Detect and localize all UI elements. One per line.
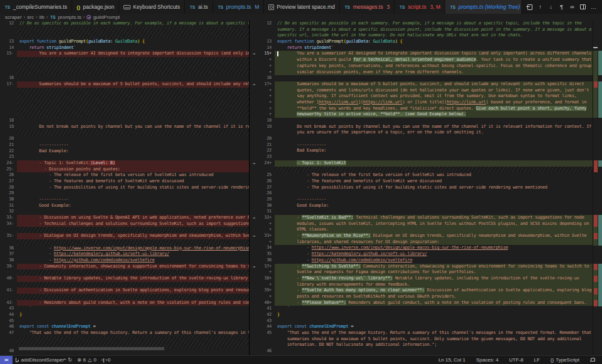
revert-change-arrow-icon[interactable]: → (250, 160, 258, 167)
code-line[interactable]: + similar discussion points, even if the… (250, 70, 593, 76)
code-line[interactable]: you are unsure of the importance of a to… (250, 130, 593, 136)
code-line[interactable]: + quotes, comments and links/urls discus… (250, 88, 593, 94)
code-line[interactable]: 23 (250, 154, 593, 160)
code-line[interactable]: 15- You are a summarizer AI designed to … (0, 51, 249, 57)
tab-messages-ts[interactable]: TSmessages.ts3 (340, 0, 394, 14)
code-line[interactable]: 14 return stripIndent` (250, 45, 593, 51)
code-line[interactable]: 36 - https://www.inverse.com/input/desig… (0, 246, 249, 252)
code-line[interactable]: 40+ - **Please behave**: Reminders about… (250, 300, 593, 306)
breadcrumb-item-src[interactable]: src (27, 14, 34, 20)
code-line[interactable]: 43 ` (0, 306, 249, 312)
code-line[interactable]: + HTML classes. (250, 227, 593, 233)
code-line[interactable]: + say anything. If insufficient context … (250, 93, 593, 100)
code-line[interactable]: + libraries, and shared resources for UI… (250, 239, 593, 246)
code-line[interactable]: 26 - The release of the first beta versi… (0, 172, 249, 179)
code-line[interactable]: 21 ------------ (0, 142, 249, 148)
code-line[interactable]: 22 Bad Example: (250, 148, 593, 154)
code-line[interactable]: 30 ------------ (0, 197, 249, 203)
code-line[interactable]: 26 - The features and benefits of Svelte… (250, 179, 593, 185)
overview-ruler[interactable] (593, 21, 602, 355)
code-line[interactable]: 38 - https://github.com/codediodeio/svel… (0, 257, 249, 264)
code-line[interactable]: + whether [https://link.url](https://lin… (250, 100, 593, 106)
code-line[interactable]: + Svelte and requests for Figma design c… (250, 269, 593, 276)
code-line[interactable]: 27 - The possibilities of using it for b… (250, 185, 593, 191)
code-line[interactable]: 47 "That was the end of the message hist… (0, 330, 249, 336)
tab-preview-latent-space-md[interactable]: Preview latent space.md (264, 0, 340, 14)
inline-view-icon[interactable]: ∞ (568, 3, 577, 12)
more-actions-icon[interactable]: … (589, 3, 598, 12)
code-line[interactable]: 29 (0, 190, 249, 197)
previous-change-icon[interactable]: ↑ (536, 3, 545, 12)
code-line[interactable]: 36 - https://github.com/codediodeio/svel… (250, 257, 593, 264)
code-line[interactable]: 16 (0, 75, 249, 81)
code-line[interactable]: information. DO NOT hallucinate any addi… (250, 342, 593, 348)
code-line[interactable]: 12// Be as specific as possible in each … (250, 21, 593, 27)
code-line[interactable]: 38+ - **New \`svelte-roving-ux\` library… (250, 276, 593, 282)
code-line[interactable]: 42} (250, 312, 593, 318)
code-line[interactable]: 46export const channelEndPrompt = (0, 324, 249, 330)
cursor-position[interactable]: Ln 15, Col 1 (436, 356, 468, 364)
revert-change-arrow-icon[interactable]: → (250, 215, 258, 221)
code-line[interactable]: 41 ` (250, 306, 593, 312)
code-line[interactable]: 44} (0, 312, 249, 318)
code-line[interactable]: 45 "That was the end of the message hist… (250, 330, 593, 336)
code-line[interactable]: 18 (250, 118, 593, 124)
code-line[interactable]: + within a Discord guild for a technical… (250, 57, 593, 63)
code-line[interactable]: 25 - The release of the first beta versi… (250, 172, 593, 179)
code-line[interactable]: 17- Summaries should be a maximum of 5 b… (0, 81, 249, 88)
code-line[interactable]: 27 - The features and benefits of Svelte… (0, 179, 249, 185)
revert-change-arrow-icon[interactable]: → (250, 233, 258, 239)
tab-ai-ts[interactable]: TSai.ts (185, 0, 213, 14)
breadcrumb-item-prompts-ts[interactable]: TSprompts.ts (50, 14, 81, 21)
code-line[interactable]: 28 (250, 190, 593, 197)
code-line[interactable]: 34 - https://www.inverse.com/input/desig… (250, 245, 593, 251)
code-line[interactable]: 24- - Topic 1: SvelteKit (Level: 8) (0, 160, 249, 167)
toggle-whitespace-icon[interactable]: ¶ (557, 3, 566, 12)
code-line[interactable]: 28 - The possibilities of using it for b… (0, 185, 249, 191)
code-line[interactable]: 14 return stripIndent` (0, 45, 249, 51)
code-line[interactable]: specific url, include the url in the sum… (250, 33, 593, 39)
code-line[interactable]: 44export const channelEndPrompt = (250, 324, 593, 330)
split-editor-icon[interactable] (578, 3, 588, 12)
code-line[interactable]: →24+ - Topic 1: SvelteKit (250, 160, 593, 167)
horizontal-scrollbar[interactable] (19, 347, 164, 350)
code-line[interactable]: →37+ - **Switching to Svelte**: Communit… (250, 264, 593, 270)
code-line[interactable]: 39+ - **Svelte Auth has many options, no… (250, 288, 593, 294)
code-line[interactable]: 30 Good Example: (250, 203, 593, 209)
code-line[interactable]: 25- - Discussion points and quotes: (0, 167, 249, 173)
revert-change-arrow-icon[interactable]: → (250, 81, 258, 88)
code-line[interactable]: 20 (250, 136, 593, 142)
tab-package-json[interactable]: {}package.json (72, 0, 119, 14)
code-line[interactable]: 31 (250, 209, 593, 215)
code-line[interactable]: 32 (0, 209, 249, 215)
tab--compilesummaries-ts[interactable]: TS_compileSummaries.ts (0, 0, 72, 14)
breadcrumb-item-scraper[interactable]: scraper (5, 14, 22, 20)
code-line[interactable]: 29 ------------ (250, 197, 593, 203)
next-change-icon[interactable]: ↓ (546, 3, 556, 12)
code-line[interactable]: 12// Be as specific as possible in each … (0, 21, 249, 27)
git-branch-item[interactable]: addDiscordScraper* ↻ (13, 356, 75, 364)
encoding-setting[interactable]: UTF-8 (507, 356, 526, 364)
indentation-setting[interactable]: Spaces: 4 (473, 356, 501, 364)
code-line[interactable]: 21 ------------ (250, 142, 593, 148)
eol-setting[interactable]: LF (532, 356, 542, 364)
code-line[interactable]: summary. If a message is about a specifi… (250, 27, 593, 33)
code-line[interactable]: →15+ You are a summarizer AI designed to… (250, 51, 593, 57)
code-line[interactable]: 22 Bad Example: (0, 148, 249, 155)
code-line[interactable]: 13export function guildPrompt(guildData:… (250, 39, 593, 45)
tab-keyboard-shortcuts[interactable]: Keyboard Shortcuts (119, 0, 185, 14)
code-line[interactable]: 19 Do not break out points by channel bu… (250, 124, 593, 130)
tab-script-ts[interactable]: TSscript.ts3, M (394, 0, 445, 14)
problems-item[interactable]: ⊗ 6 △ 0 (75, 356, 99, 364)
code-line[interactable]: + captures key points, conversations, an… (250, 63, 593, 70)
code-line[interactable]: 16 (250, 75, 593, 81)
code-line[interactable]: 35- - Dialogue on UI design trends, spec… (0, 233, 249, 239)
code-line[interactable]: + **bold** the key words and key headlin… (250, 106, 593, 112)
breadcrumb-item-guildprompt[interactable]: guildPrompt (87, 14, 120, 20)
code-line[interactable]: 19 Do not break out points by channel bu… (0, 124, 249, 130)
code-line[interactable]: 42- - Reminders about guild conduct, wit… (0, 300, 249, 306)
code-line[interactable]: + posts and resources on SvelteKitAuth a… (250, 294, 593, 300)
code-line[interactable]: 35 - https://katendeglory.github.io/soft… (250, 251, 593, 257)
code-line[interactable]: 20 (0, 136, 249, 142)
code-line[interactable]: 45 (0, 318, 249, 325)
